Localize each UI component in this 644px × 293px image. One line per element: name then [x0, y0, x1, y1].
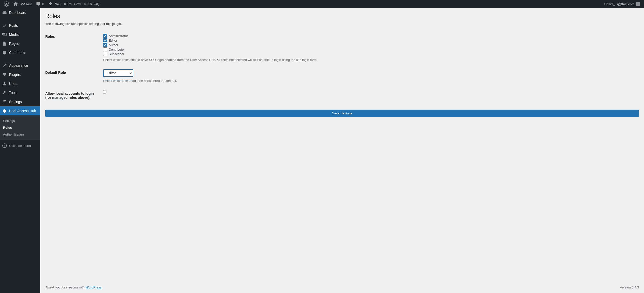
collapse-menu[interactable]: Collapse menu — [0, 141, 40, 150]
role-label: Editor — [109, 39, 117, 42]
page-title: Roles — [45, 11, 639, 21]
site-name-label: WP Test — [20, 2, 32, 6]
svg-point-0 — [3, 144, 7, 148]
sidebar-label: Comments — [9, 51, 26, 55]
comments-link[interactable]: 0 — [34, 0, 46, 8]
sidebar-label: Dashboard — [9, 11, 26, 15]
role-checkbox-row[interactable]: Author — [103, 43, 636, 47]
role-checkbox-row[interactable]: Editor — [103, 38, 636, 42]
pin-icon — [2, 23, 7, 28]
role-checkbox[interactable] — [103, 52, 107, 56]
sliders-icon — [2, 99, 7, 104]
allow-local-checkbox[interactable] — [103, 90, 106, 93]
footer: Thank you for creating with WordPress. V… — [45, 282, 639, 293]
sidebar-label: Users — [9, 82, 18, 86]
submenu-item-roles[interactable]: Roles — [0, 124, 40, 131]
save-button[interactable]: Save Settings — [45, 110, 639, 117]
sidebar-label: Appearance — [9, 63, 28, 68]
submenu-item-settings[interactable]: Settings — [0, 117, 40, 124]
submenu: Settings Roles Authentication — [0, 115, 40, 140]
sidebar-item-dashboard[interactable]: Dashboard — [0, 8, 40, 17]
plug-icon — [2, 72, 7, 77]
sidebar-item-comments[interactable]: Comments — [0, 48, 40, 57]
sidebar-item-plugins[interactable]: Plugins — [0, 70, 40, 79]
user-email: sj@test.com — [616, 2, 634, 6]
comment-icon — [36, 2, 41, 7]
stat-queries[interactable]: 24Q — [93, 2, 101, 6]
main-content: Roles The following are role specific se… — [40, 8, 644, 293]
admin-bar: WP Test 0 New 0.02s 4.2MB 0.00s 24Q Howd… — [0, 0, 644, 8]
sidebar-label: Posts — [9, 23, 18, 27]
admin-sidebar: Dashboard Posts Media Pages Comments — [0, 8, 40, 293]
sidebar-item-user-access-hub[interactable]: User Access Hub — [0, 106, 40, 115]
role-checkbox-row[interactable]: Contributor — [103, 47, 636, 51]
sidebar-label: Media — [9, 32, 19, 37]
site-name-link[interactable]: WP Test — [11, 0, 34, 8]
gear-icon — [2, 108, 7, 113]
brush-icon — [2, 63, 7, 68]
sidebar-label: Pages — [9, 42, 19, 46]
wp-logo[interactable] — [2, 0, 11, 8]
new-content-link[interactable]: New — [46, 0, 63, 8]
users-icon — [2, 81, 7, 86]
avatar — [636, 2, 640, 6]
collapse-icon — [2, 143, 7, 148]
roles-field-label: Roles — [45, 29, 101, 66]
media-icon — [2, 32, 7, 37]
sidebar-item-tools[interactable]: Tools — [0, 88, 40, 97]
new-label: New — [55, 2, 61, 6]
role-label: Author — [109, 43, 118, 47]
stat-mem[interactable]: 4.2MB — [73, 2, 84, 6]
sidebar-item-posts[interactable]: Posts — [0, 21, 40, 30]
sidebar-item-settings[interactable]: Settings — [0, 97, 40, 106]
role-checkbox[interactable] — [103, 43, 107, 47]
home-icon — [13, 2, 18, 7]
comments-count: 0 — [42, 2, 44, 6]
sidebar-item-users[interactable]: Users — [0, 79, 40, 88]
comments-icon — [2, 50, 7, 55]
allow-local-label: Allow local accounts to login (for manag… — [45, 86, 101, 105]
role-label: Subscriber — [109, 52, 124, 56]
role-label: Administrator — [109, 34, 128, 38]
submenu-item-authentication[interactable]: Authentication — [0, 131, 40, 138]
sidebar-label: User Access Hub — [9, 109, 36, 113]
role-label: Contributor — [109, 48, 125, 51]
page-icon — [2, 41, 7, 46]
dashboard-icon — [2, 10, 7, 15]
role-checkbox[interactable] — [103, 47, 107, 51]
role-checkbox-row[interactable]: Administrator — [103, 34, 636, 38]
role-checkbox[interactable] — [103, 34, 107, 38]
wrench-icon — [2, 90, 7, 95]
sidebar-item-pages[interactable]: Pages — [0, 39, 40, 48]
my-account-link[interactable]: Howdy, sj@test.com — [602, 0, 642, 8]
sidebar-label: Settings — [9, 100, 22, 104]
stat-time1[interactable]: 0.02s — [63, 2, 72, 6]
stat-time2[interactable]: 0.00s — [83, 2, 93, 6]
page-intro: The following are role specific settings… — [45, 22, 639, 26]
wordpress-link[interactable]: WordPress — [86, 285, 102, 289]
sidebar-label: Tools — [9, 91, 17, 95]
roles-help: Select which roles should have SSO login… — [103, 58, 636, 62]
plus-icon — [48, 2, 53, 7]
howdy-prefix: Howdy, — [604, 2, 615, 6]
footer-thank-suffix: . — [102, 285, 103, 289]
default-role-label: Default Role — [45, 66, 101, 86]
default-role-help: Select which role should be considered t… — [103, 79, 636, 83]
footer-thank-prefix: Thank you for creating with — [45, 285, 86, 289]
wordpress-icon — [4, 2, 9, 7]
default-role-select[interactable]: Editor — [103, 69, 133, 77]
sidebar-label: Plugins — [9, 73, 21, 77]
role-checkbox[interactable] — [103, 38, 107, 42]
role-checkbox-row[interactable]: Subscriber — [103, 52, 636, 56]
sidebar-item-media[interactable]: Media — [0, 30, 40, 39]
version-label: Version 6.4.3 — [620, 285, 639, 289]
sidebar-item-appearance[interactable]: Appearance — [0, 61, 40, 70]
collapse-label: Collapse menu — [9, 144, 31, 148]
